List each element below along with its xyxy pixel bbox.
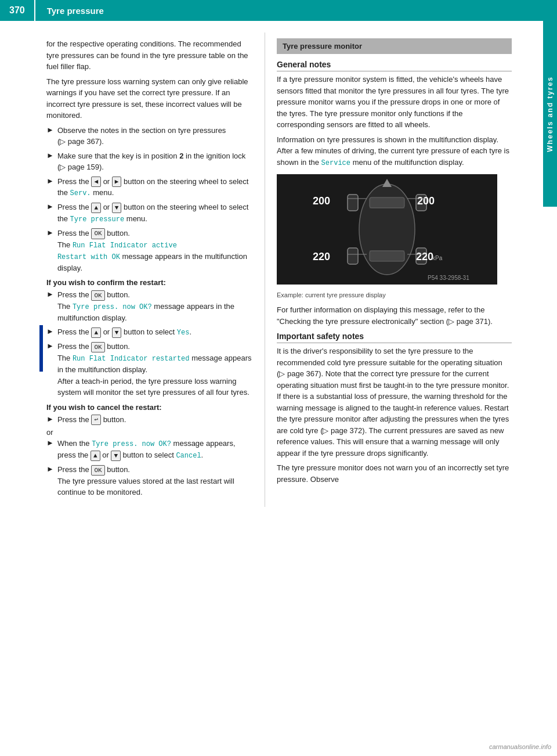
down-btn-icon-3: ▼ <box>111 451 121 461</box>
important-safety-text: It is the driver's responsibility to set… <box>277 345 512 459</box>
bullet-text-5: Press the OK button.The Run Flat Indicat… <box>57 228 253 273</box>
svg-rect-2 <box>370 197 404 208</box>
bullet-arrow-10: ► <box>46 438 54 447</box>
svg-rect-8 <box>348 248 358 264</box>
bullet-confirm-yes: ► Press the ▲ or ▼ button to select Yes. <box>46 326 253 338</box>
left-btn-icon: ◀ <box>91 177 101 187</box>
section-box-title: Tyre pressure monitor <box>283 42 362 51</box>
bullet-lr-button: ► Press the ◀ or ▶ button on the steerin… <box>46 176 253 199</box>
back-btn-icon: ↩ <box>91 415 101 425</box>
page-number: 370 <box>0 0 35 21</box>
bullet-key: ► Make sure that the key is in position … <box>46 150 253 173</box>
bullet-observe: ► Observe the notes in the section on ty… <box>46 125 253 147</box>
intro-para-1: for the respective operating conditions.… <box>46 38 253 73</box>
cancel-mono: Cancel <box>176 452 201 460</box>
important-safety-text-2: The tyre pressure monitor does not warn … <box>277 462 512 485</box>
bullet-text-11: Press the OK button.The tyre pressure va… <box>57 464 253 498</box>
side-tab: Wheels and tyres <box>543 21 557 207</box>
bullet-text-1: Observe the notes in the section on tyre… <box>57 125 253 147</box>
yes-mono: Yes <box>177 329 190 337</box>
general-notes-text-2: Information on tyre pressures is shown i… <box>277 134 512 168</box>
further-info-text: For further information on displaying th… <box>277 304 512 327</box>
section-header-box: Tyre pressure monitor <box>277 38 512 54</box>
header-bar: 370 Tyre pressure <box>0 0 557 21</box>
watermark: carmanualsonline.info <box>489 743 551 750</box>
svg-text:P54 33-2958-31: P54 33-2958-31 <box>428 275 469 281</box>
up-btn-icon-3: ▲ <box>91 451 100 461</box>
runflat-restarted-mono: Run Flat Indicator restarted <box>73 355 190 363</box>
bullet-text-7: Press the ▲ or ▼ button to select Yes. <box>57 326 253 338</box>
side-tab-label: Wheels and tyres <box>546 76 554 152</box>
ok-btn-icon-2: OK <box>91 290 104 301</box>
right-btn-icon: ▶ <box>112 177 122 187</box>
bullet-text-2: Make sure that the key is in position 2 … <box>57 150 253 173</box>
bullet-cancel-back: ► Press the ↩ button. <box>46 414 253 426</box>
svg-text:220: 220 <box>416 251 433 262</box>
bullet-arrow-9: ► <box>46 415 54 423</box>
or-text: or <box>46 428 253 437</box>
general-notes-heading: General notes <box>277 60 512 71</box>
bullet-arrow-11: ► <box>46 465 54 473</box>
bullet-arrow-8: ► <box>46 341 54 350</box>
bullet-arrow-2: ► <box>46 151 54 160</box>
svg-text:220: 220 <box>313 251 330 262</box>
up-btn-icon: ▲ <box>91 203 101 213</box>
svg-rect-3 <box>370 251 404 261</box>
bullet-arrow-7: ► <box>46 327 54 336</box>
right-column: Tyre pressure monitor General notes If a… <box>265 33 529 507</box>
bullet-arrow-3: ► <box>46 177 54 185</box>
bullet-arrow-1: ► <box>46 125 54 134</box>
general-notes-text: If a tyre pressure monitor system is fit… <box>277 74 512 131</box>
svg-text:200: 200 <box>417 195 435 207</box>
tyre-pressure-mono: Tyre pressure <box>70 215 125 224</box>
intro-para-2: The tyre pressure loss warning system ca… <box>46 76 253 121</box>
bullet-cancel-ok: ► Press the OK button.The tyre pressure … <box>46 464 253 498</box>
bullet-cancel-select: ► When the Tyre press. now OK? message a… <box>46 438 253 461</box>
bullet-confirm-ok: ► Press the OK button.The Tyre press. no… <box>46 289 253 323</box>
serv-menu-mono: Serv. <box>70 189 91 197</box>
tyre-press-ok-mono-2: Tyre press. now OK? <box>92 440 171 448</box>
cancel-restart-heading: If you wish to cancel the restart: <box>46 403 253 412</box>
ok-btn-icon-3: OK <box>91 342 104 352</box>
svg-text:200: 200 <box>313 195 330 207</box>
bullet-arrow-5: ► <box>46 228 54 237</box>
svg-rect-6 <box>348 195 358 211</box>
runflat-active-mono: Run Flat Indicator activeRestart with OK <box>57 242 177 261</box>
bullet-text-10: When the Tyre press. now OK? message app… <box>57 438 253 461</box>
page-content: for the respective operating conditions.… <box>0 21 543 519</box>
confirm-restart-heading: If you wish to confirm the restart: <box>46 278 253 287</box>
bullet-text-8: Press the OK button.The Run Flat Indicat… <box>57 341 253 398</box>
important-safety-heading: Important safety notes <box>277 332 512 343</box>
tyre-press-ok-mono-1: Tyre press. now OK? <box>73 303 152 311</box>
up-btn-icon-2: ▲ <box>91 327 101 338</box>
down-btn-icon-2: ▼ <box>112 327 122 338</box>
bullet-text-6: Press the OK button.The Tyre press. now … <box>57 289 253 323</box>
car-svg: 200 200 220 220 kPa P54 33-2958-31 <box>277 174 497 285</box>
left-column: for the respective operating conditions.… <box>0 33 265 507</box>
ok-btn-icon-1: OK <box>91 228 104 239</box>
bullet-arrow-6: ► <box>46 290 54 298</box>
bullet-arrow-4: ► <box>46 202 54 211</box>
bullet-text-3: Press the ◀ or ▶ button on the steering … <box>57 176 253 199</box>
bullet-confirm-restarted: ► Press the OK button.The Run Flat Indic… <box>46 341 253 398</box>
ok-btn-icon-4: OK <box>91 465 104 476</box>
bullet-text-4: Press the ▲ or ▼ button on the steering … <box>57 201 253 225</box>
image-caption: Example: current tyre pressure display <box>277 290 512 300</box>
chapter-title: Tyre pressure <box>35 6 104 16</box>
service-mono: Service <box>321 159 350 167</box>
bullet-text-9: Press the ↩ button. <box>57 414 253 426</box>
down-btn-icon: ▼ <box>112 203 122 213</box>
svg-text:kPa: kPa <box>432 255 443 261</box>
bullet-ok-runflat: ► Press the OK button.The Run Flat Indic… <box>46 228 253 273</box>
bullet-ud-button: ► Press the ▲ or ▼ button on the steerin… <box>46 201 253 225</box>
car-image-container: 200 200 220 220 kPa P54 33-2958-31 <box>277 174 497 285</box>
